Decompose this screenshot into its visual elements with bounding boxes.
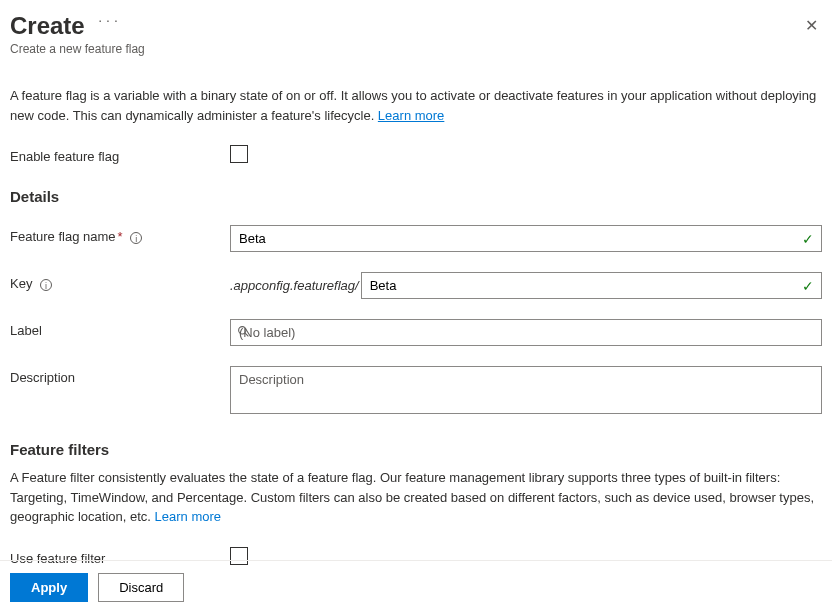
enable-flag-checkbox[interactable]: [230, 145, 248, 163]
page-title: Create: [10, 12, 85, 40]
filters-text: A Feature filter consistently evaluates …: [10, 468, 822, 527]
filters-heading: Feature filters: [10, 441, 822, 458]
label-label: Label: [10, 319, 230, 338]
name-label: Feature flag name* i: [10, 225, 230, 244]
key-prefix: .appconfig.featureflag/: [230, 278, 361, 293]
discard-button[interactable]: Discard: [98, 573, 184, 602]
description-label: Description: [10, 366, 230, 385]
label-input[interactable]: [230, 319, 822, 346]
close-icon[interactable]: ✕: [801, 12, 822, 39]
learn-more-link[interactable]: Learn more: [378, 108, 444, 123]
key-input[interactable]: [361, 272, 822, 299]
filters-learn-more-link[interactable]: Learn more: [155, 509, 221, 524]
description-input[interactable]: [230, 366, 822, 414]
details-heading: Details: [10, 188, 822, 205]
info-icon[interactable]: i: [40, 279, 52, 291]
more-menu-icon[interactable]: · · ·: [98, 12, 117, 28]
key-label: Key i: [10, 272, 230, 291]
enable-flag-label: Enable feature flag: [10, 145, 230, 164]
name-input[interactable]: [230, 225, 822, 252]
apply-button[interactable]: Apply: [10, 573, 88, 602]
page-subtitle: Create a new feature flag: [10, 42, 801, 56]
info-icon[interactable]: i: [130, 232, 142, 244]
intro-text: A feature flag is a variable with a bina…: [10, 86, 822, 125]
